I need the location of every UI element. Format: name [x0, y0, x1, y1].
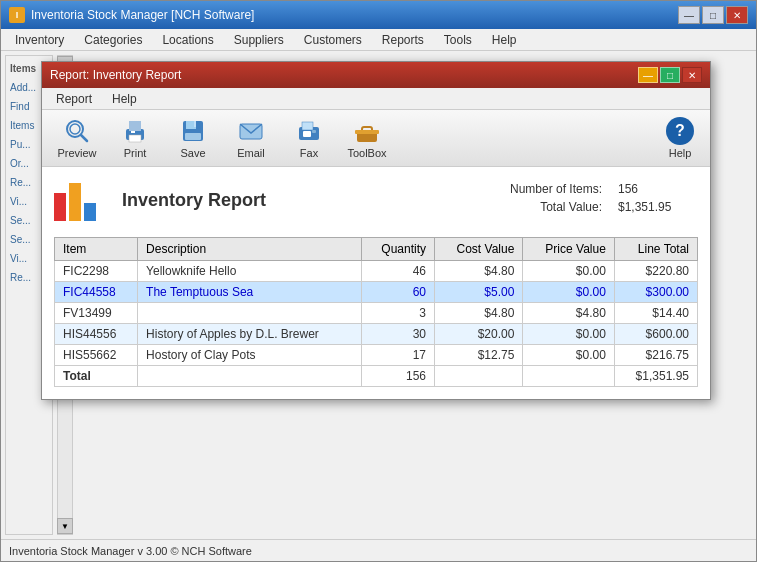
main-close-button[interactable]: ✕: [726, 6, 748, 24]
svg-rect-18: [355, 130, 379, 134]
main-minimize-button[interactable]: —: [678, 6, 700, 24]
num-items-value: 156: [618, 182, 698, 196]
cell-line-total: $600.00: [614, 324, 697, 345]
email-button[interactable]: Email: [224, 114, 278, 162]
main-title: Inventoria Stock Manager [NCH Software]: [31, 8, 254, 22]
col-header-quantity: Quantity: [362, 238, 435, 261]
save-icon: [179, 117, 207, 145]
toolbox-button[interactable]: ToolBox: [340, 114, 394, 162]
report-header: Inventory Report Number of Items: 156 To…: [54, 179, 698, 221]
menu-help[interactable]: Help: [482, 31, 527, 49]
total-value-row: Total Value: $1,351.95: [482, 200, 698, 214]
menu-locations[interactable]: Locations: [152, 31, 223, 49]
total-label: Total: [55, 366, 138, 387]
total-line-total: $1,351.95: [614, 366, 697, 387]
col-header-price-value: Price Value: [523, 238, 615, 261]
table-row: HIS55662 Hostory of Clay Pots 17 $12.75 …: [55, 345, 698, 366]
print-icon: [121, 117, 149, 145]
statusbar-text: Inventoria Stock Manager v 3.00 © NCH So…: [9, 545, 252, 557]
cell-item: FV13499: [55, 303, 138, 324]
col-header-cost-value: Cost Value: [435, 238, 523, 261]
cell-cost-value: $4.80: [435, 261, 523, 282]
menu-customers[interactable]: Customers: [294, 31, 372, 49]
modal-menu-help[interactable]: Help: [102, 90, 147, 108]
cell-price-value: $4.80: [523, 303, 615, 324]
preview-button[interactable]: Preview: [50, 114, 104, 162]
svg-rect-10: [185, 133, 201, 140]
help-button[interactable]: ? Help: [658, 117, 702, 159]
modal-title: Report: Inventory Report: [50, 68, 181, 82]
report-table: Item Description Quantity Cost Value Pri…: [54, 237, 698, 387]
main-menubar: Inventory Categories Locations Suppliers…: [1, 29, 756, 51]
total-quantity: 156: [362, 366, 435, 387]
cell-price-value: $0.00: [523, 261, 615, 282]
total-cost: [435, 366, 523, 387]
toolbox-icon: [353, 117, 381, 145]
svg-rect-15: [312, 130, 316, 133]
cell-price-value: $0.00: [523, 345, 615, 366]
cell-quantity: 60: [362, 282, 435, 303]
report-stats: Number of Items: 156 Total Value: $1,351…: [482, 182, 698, 218]
fax-button[interactable]: Fax: [282, 114, 336, 162]
modal-minimize-button[interactable]: —: [638, 67, 658, 83]
cell-cost-value: $12.75: [435, 345, 523, 366]
num-items-row: Number of Items: 156: [482, 182, 698, 196]
cell-quantity: 3: [362, 303, 435, 324]
table-row: FIC2298 Yellowknife Hello 46 $4.80 $0.00…: [55, 261, 698, 282]
cell-cost-value: $4.80: [435, 303, 523, 324]
preview-label: Preview: [57, 147, 96, 159]
modal-overlay: Report: Inventory Report — □ ✕ Report He…: [1, 51, 756, 539]
save-button[interactable]: Save: [166, 114, 220, 162]
modal-toolbar: Preview Print: [42, 110, 710, 167]
cell-description: Yellowknife Hello: [138, 261, 362, 282]
titlebar-left: I Inventoria Stock Manager [NCH Software…: [9, 7, 254, 23]
help-icon: ?: [666, 117, 694, 145]
modal-close-button[interactable]: ✕: [682, 67, 702, 83]
menu-suppliers[interactable]: Suppliers: [224, 31, 294, 49]
print-button[interactable]: Print: [108, 114, 162, 162]
cell-item: HIS55662: [55, 345, 138, 366]
cell-line-total: $14.40: [614, 303, 697, 324]
svg-point-1: [70, 124, 80, 134]
report-title: Inventory Report: [122, 190, 266, 211]
col-header-line-total: Line Total: [614, 238, 697, 261]
fax-label: Fax: [300, 147, 318, 159]
table-row: FIC44558 The Temptuous Sea 60 $5.00 $0.0…: [55, 282, 698, 303]
cell-quantity: 46: [362, 261, 435, 282]
cell-description: The Temptuous Sea: [138, 282, 362, 303]
save-label: Save: [180, 147, 205, 159]
modal-maximize-button[interactable]: □: [660, 67, 680, 83]
bar-chart-bar2: [69, 183, 81, 221]
main-titlebar: I Inventoria Stock Manager [NCH Software…: [1, 1, 756, 29]
table-row: HIS44556 History of Apples by D.L. Brewe…: [55, 324, 698, 345]
svg-rect-6: [131, 131, 135, 133]
cell-price-value: $0.00: [523, 282, 615, 303]
cell-cost-value: $5.00: [435, 282, 523, 303]
cell-description: Hostory of Clay Pots: [138, 345, 362, 366]
total-description: [138, 366, 362, 387]
menu-tools[interactable]: Tools: [434, 31, 482, 49]
menu-reports[interactable]: Reports: [372, 31, 434, 49]
main-content: Items Add... Find Items Pu... Or... Re..…: [1, 51, 756, 539]
preview-icon: [63, 117, 91, 145]
main-maximize-button[interactable]: □: [702, 6, 724, 24]
col-header-item: Item: [55, 238, 138, 261]
menu-categories[interactable]: Categories: [74, 31, 152, 49]
svg-rect-4: [129, 121, 141, 131]
modal-titlebar: Report: Inventory Report — □ ✕: [42, 62, 710, 88]
modal-menu-report[interactable]: Report: [46, 90, 102, 108]
report-logo: [54, 179, 106, 221]
main-window: I Inventoria Stock Manager [NCH Software…: [0, 0, 757, 562]
table-row: FV13499 3 $4.80 $4.80 $14.40: [55, 303, 698, 324]
svg-rect-14: [303, 131, 311, 137]
report-dialog: Report: Inventory Report — □ ✕ Report He…: [41, 61, 711, 400]
fax-icon: [295, 117, 323, 145]
cell-line-total: $216.75: [614, 345, 697, 366]
bar-chart-bar1: [54, 193, 66, 221]
menu-inventory[interactable]: Inventory: [5, 31, 74, 49]
app-icon: I: [9, 7, 25, 23]
cell-line-total: $220.80: [614, 261, 697, 282]
cell-line-total: $300.00: [614, 282, 697, 303]
email-icon: [237, 117, 265, 145]
print-label: Print: [124, 147, 147, 159]
